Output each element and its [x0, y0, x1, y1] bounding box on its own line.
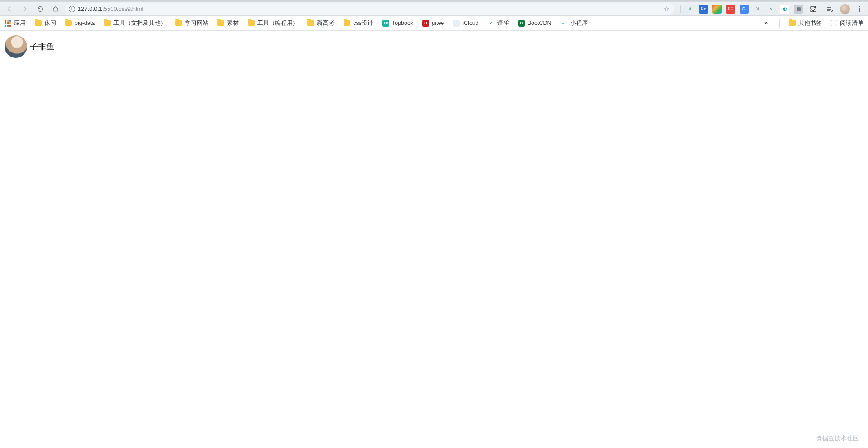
- extensions-button[interactable]: [807, 3, 819, 15]
- tray-separator: [680, 5, 681, 13]
- bookmark-工具（编程用）[interactable]: 工具（编程用）: [248, 19, 298, 27]
- folder-icon: [35, 20, 42, 26]
- bookmark-label: css设计: [353, 19, 373, 27]
- apps-grid-icon: [5, 20, 11, 27]
- bookmark-label: gitee: [432, 20, 444, 26]
- bookmarks-separator: [779, 19, 780, 28]
- other-bookmarks-label: 其他书签: [798, 19, 822, 27]
- extension-cursor-tool[interactable]: ↖: [767, 5, 776, 14]
- extension-vue-devtools[interactable]: V: [685, 5, 694, 14]
- media-control-button[interactable]: [824, 3, 835, 15]
- back-button[interactable]: [4, 3, 15, 15]
- folder-icon: [175, 20, 182, 26]
- bookmark-工具（文档及其他）[interactable]: 工具（文档及其他）: [104, 19, 166, 27]
- favicon-icon: ∞: [561, 20, 567, 27]
- bookmark-label: 新高考: [317, 19, 335, 27]
- extension-google-translate[interactable]: G: [740, 5, 749, 14]
- arrow-left-icon: [6, 5, 13, 13]
- profile-avatar: [5, 35, 27, 58]
- bookmark-big-data[interactable]: big-data: [65, 20, 95, 26]
- bookmark-label: BootCDN: [528, 20, 552, 26]
- url-text: 127.0.0.1:5500/css9.html: [78, 5, 143, 12]
- reading-list-button[interactable]: 阅读清单: [831, 19, 863, 27]
- folder-icon: [65, 20, 72, 26]
- bookmark-label: big-data: [75, 20, 95, 26]
- bookmark-label: 语雀: [497, 19, 509, 27]
- bookmark-label: 学习网站: [185, 19, 208, 27]
- bookmarks-bar: 应用 休闲big-data工具（文档及其他）学习网站素材工具（编程用）新高考cs…: [0, 16, 868, 31]
- bookmark-label: 工具（文档及其他）: [113, 19, 166, 27]
- arrow-right-icon: [21, 5, 28, 13]
- favicon-icon: ✔: [488, 20, 495, 27]
- extension-unknown-gray[interactable]: ▦: [794, 5, 803, 14]
- favicon-icon: B: [518, 20, 525, 27]
- page-content: 子非鱼: [0, 31, 868, 62]
- watermark-text: @掘金技术社区: [816, 435, 859, 443]
- profile-name: 子非鱼: [30, 41, 54, 52]
- bookmark-gitee[interactable]: Ggitee: [422, 20, 444, 27]
- folder-icon: [789, 20, 796, 26]
- home-button[interactable]: [50, 3, 61, 15]
- home-icon: [52, 5, 59, 13]
- apps-label: 应用: [14, 19, 26, 27]
- url-path: :5500/css9.html: [102, 5, 143, 12]
- bookmark-新高考[interactable]: 新高考: [307, 19, 335, 27]
- forward-button[interactable]: [19, 3, 31, 15]
- apps-shortcut[interactable]: 应用: [5, 19, 26, 27]
- bookmark-学习网站[interactable]: 学习网站: [175, 19, 208, 27]
- bookmark-label: 小程序: [570, 19, 588, 27]
- folder-icon: [248, 20, 255, 26]
- bookmark-css设计[interactable]: css设计: [344, 19, 373, 27]
- bookmark-休闲[interactable]: 休闲: [35, 19, 56, 27]
- bookmark-label: 休闲: [44, 19, 56, 27]
- reload-icon: [37, 5, 44, 13]
- bookmark-BootCDN[interactable]: BBootCDN: [518, 20, 552, 27]
- extension-react-devtools[interactable]: Re: [699, 5, 708, 14]
- media-icon: [826, 5, 833, 13]
- profile-block: 子非鱼: [5, 35, 863, 58]
- bookmark-小程序[interactable]: ∞小程序: [561, 19, 588, 27]
- bookmark-语雀[interactable]: ✔语雀: [488, 19, 509, 27]
- favicon-icon: TB: [382, 20, 389, 27]
- bookmark-label: Topbook: [392, 20, 413, 26]
- folder-icon: [104, 20, 111, 26]
- reading-list-label: 阅读清单: [840, 19, 863, 27]
- extension-vimium[interactable]: V: [753, 5, 762, 14]
- profile-avatar-button[interactable]: [840, 4, 850, 14]
- address-bar[interactable]: i 127.0.0.1:5500/css9.html ☆: [65, 3, 674, 15]
- bookmarks-overflow-button[interactable]: »: [762, 20, 770, 26]
- extension-fe-helper[interactable]: FE: [726, 5, 735, 14]
- bookmark-label: 工具（编程用）: [257, 19, 298, 27]
- bookmark-Topbook[interactable]: TBTopbook: [382, 20, 413, 27]
- favicon-icon: [453, 20, 460, 27]
- bookmark-iCloud[interactable]: iCloud: [453, 20, 478, 27]
- extension-tampermonkey[interactable]: ◐: [780, 5, 789, 14]
- site-info-icon[interactable]: i: [69, 6, 75, 12]
- extension-color-picker[interactable]: [712, 5, 722, 14]
- url-host: 127.0.0.1: [78, 5, 102, 12]
- bookmark-star-icon[interactable]: ☆: [664, 5, 670, 13]
- bookmark-label: iCloud: [462, 20, 478, 26]
- browser-toolbar: i 127.0.0.1:5500/css9.html ☆ VReFEGV↖◐▦: [0, 2, 868, 16]
- bookmark-label: 素材: [227, 19, 239, 27]
- puzzle-icon: [810, 5, 817, 13]
- chrome-menu-button[interactable]: [854, 4, 864, 14]
- bookmark-素材[interactable]: 素材: [217, 19, 239, 27]
- folder-icon: [344, 20, 350, 26]
- other-bookmarks-folder[interactable]: 其他书签: [789, 19, 822, 27]
- reload-button[interactable]: [34, 3, 46, 15]
- reading-list-icon: [831, 20, 837, 26]
- extension-tray: VReFEGV↖◐▦: [678, 3, 864, 15]
- favicon-icon: G: [422, 20, 429, 27]
- folder-icon: [307, 20, 314, 26]
- folder-icon: [217, 20, 224, 26]
